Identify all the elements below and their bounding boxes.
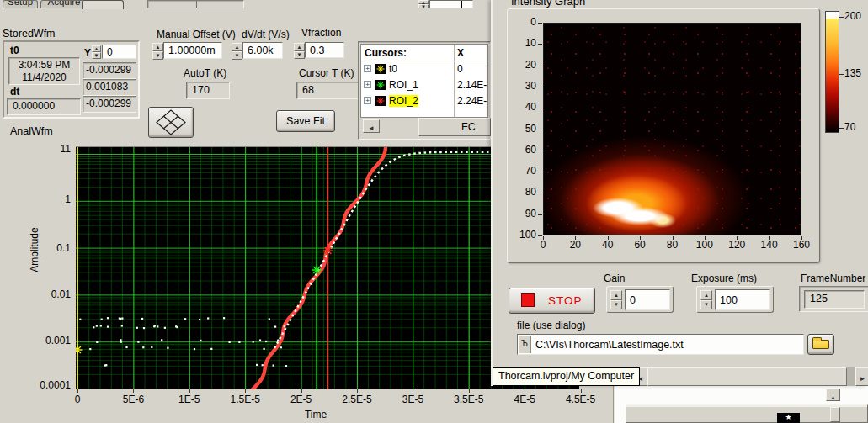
top-field[interactable] [429, 0, 473, 8]
gain-label: Gain [604, 272, 625, 284]
increment-button[interactable] [232, 43, 242, 51]
decrement-button[interactable] [294, 51, 305, 60]
intensity-x-tick-label: 140 [755, 239, 784, 251]
colorbar-tick [839, 74, 844, 75]
manual-offset-field[interactable]: 1.00000m [163, 42, 222, 59]
intensity-y-tick-label: 30 [513, 80, 536, 92]
cursor-marker-icon [375, 80, 386, 90]
fc-bar[interactable]: FC [418, 118, 491, 136]
plot-x-tick [581, 389, 582, 393]
plot-y-tick-label: 1 [34, 193, 71, 205]
file-path-field[interactable]: C:\VIs\Thorcam\LatestImage.txt [517, 334, 804, 355]
gain-field[interactable]: 0 [625, 289, 670, 310]
screen: Setup Acquire StoredWfm t0 3:04:59 PM 11… [0, 0, 868, 423]
refit-button[interactable] [148, 107, 194, 138]
gain-spinner[interactable] [610, 290, 622, 309]
intensity-y-tick-label: 80 [513, 186, 536, 198]
exposure-control: 100 [696, 286, 774, 313]
increment-button[interactable] [294, 43, 305, 51]
decrement-button[interactable] [700, 300, 712, 310]
exposure-spinner[interactable] [700, 290, 712, 309]
increment-button[interactable] [92, 45, 101, 52]
save-fit-label: Save Fit [286, 115, 325, 127]
colorbar-tick-label: 200 [844, 10, 861, 22]
vfraction-label: Vfraction [301, 27, 341, 39]
decrement-button[interactable] [418, 4, 429, 8]
y-index-spinner[interactable] [92, 45, 101, 59]
decrement-button[interactable] [152, 51, 163, 60]
save-fit-button[interactable]: Save Fit [276, 110, 335, 132]
decrement-button[interactable] [92, 52, 101, 59]
plot-y-tick-label: 0.001 [34, 335, 71, 346]
file-path-text: C:\VIs\Thorcam\LatestImage.txt [535, 339, 684, 351]
scroll-up-button[interactable] [826, 389, 840, 401]
increment-button[interactable] [610, 290, 622, 300]
background-panel [626, 404, 868, 423]
browse-folder-button[interactable] [807, 334, 834, 355]
panel-edge [830, 407, 840, 422]
plot-x-tick [525, 389, 525, 393]
plot-x-tick-label: 1.5E-5 [221, 394, 269, 405]
intensity-y-tick [538, 44, 542, 45]
colorbar-tick-label: 70 [844, 121, 855, 133]
tab-acquire-label: Acquire [41, 0, 87, 7]
tab-setup[interactable]: Setup [3, 0, 38, 8]
hscroll-thumb[interactable] [647, 367, 847, 386]
plot-x-tick [77, 389, 78, 393]
increment-button[interactable] [152, 43, 163, 51]
hscroll-track[interactable] [847, 367, 855, 386]
decrement-button[interactable] [610, 300, 622, 310]
top-spinner[interactable] [418, 0, 429, 8]
tab-setup-label: Setup [3, 0, 37, 7]
expand-icon[interactable]: + [364, 65, 371, 72]
background-window [613, 386, 868, 423]
dvdt-spinner[interactable] [232, 43, 242, 60]
frame-number-value: 125 [804, 290, 865, 309]
cursor-list[interactable]: Cursors: X + t0 0 + ROI_1 2.14E-5 + ROI_… [360, 44, 488, 118]
expand-icon[interactable]: + [364, 97, 371, 104]
intensity-x-tick [801, 236, 802, 240]
top-control[interactable] [147, 0, 244, 8]
stop-button[interactable]: STOP [509, 288, 595, 314]
cursor-row-t0[interactable]: + t0 0 [361, 61, 487, 77]
cursor-row-roi1[interactable]: + ROI_1 2.14E-5 [361, 77, 487, 93]
hscroll-right-button[interactable] [855, 367, 868, 386]
autot-indicator: 170 [186, 82, 230, 99]
tab-selected[interactable] [82, 0, 124, 9]
vfraction-spinner[interactable] [294, 43, 305, 59]
manual-offset-label: Manual Offset (V) [157, 29, 236, 40]
plot-y-tick-label: 0.01 [34, 288, 71, 300]
stop-label: STOP [548, 294, 583, 307]
vfraction-field[interactable]: 0.3 [305, 42, 344, 58]
diamond-icon [149, 108, 193, 137]
cursor-list-scroll-left-button[interactable] [363, 119, 380, 133]
y-index-field[interactable]: 0 [102, 45, 136, 59]
colorbar-tick [839, 17, 844, 18]
intensity-x-tick-label: 80 [658, 239, 687, 251]
dvdt-field[interactable]: 6.00k [242, 42, 283, 59]
intensity-y-tick [538, 172, 542, 172]
intensity-y-tick-label: 20 [513, 59, 536, 71]
decrement-button[interactable] [232, 51, 242, 60]
exposure-field[interactable]: 100 [715, 289, 770, 310]
tab-acquire[interactable]: Acquire [40, 0, 88, 8]
intensity-x-tick-label: 40 [594, 239, 622, 251]
intensity-x-tick [705, 236, 706, 240]
cursor-x-value: 2.24E-5 [457, 95, 488, 107]
increment-button[interactable] [700, 290, 712, 300]
expand-icon[interactable]: + [364, 81, 371, 88]
plot-x-tick-label: 3.5E-5 [445, 394, 493, 405]
y-index-label: Y [84, 47, 91, 59]
manual-offset-spinner[interactable] [152, 43, 163, 60]
tooltip: Thorcam.lvproj/My Computer [493, 367, 640, 386]
plot-y-tick-label: 11 [34, 143, 71, 155]
intensity-x-tick-label: 120 [722, 239, 751, 251]
plot-x-tick [357, 389, 358, 393]
intensity-y-tick [538, 214, 542, 215]
intensity-image[interactable] [543, 23, 801, 235]
autot-label: AutoT (K) [184, 67, 226, 79]
intensity-y-tick [538, 87, 542, 87]
cursor-marker-icon [375, 64, 386, 74]
plot-x-tick [413, 389, 413, 393]
cursor-row-roi2[interactable]: + ROI_2 2.24E-5 [361, 93, 487, 109]
